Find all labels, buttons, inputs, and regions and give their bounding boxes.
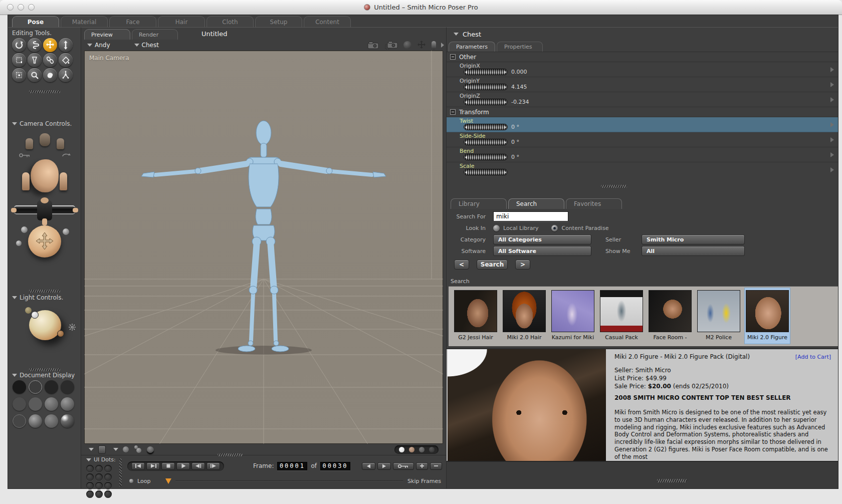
seller-dropdown[interactable]: Smith Micro (642, 234, 745, 244)
translate-pan-tool-icon[interactable] (43, 38, 57, 52)
previous-page-button[interactable]: < (454, 260, 469, 270)
face-camera-head-icon[interactable] (31, 159, 59, 192)
add-keyframe-button[interactable] (416, 462, 428, 470)
last-frame-button[interactable] (146, 462, 160, 470)
param-menu-arrow-icon[interactable] (830, 152, 834, 157)
tracking-ball-icon[interactable] (123, 446, 129, 452)
flyaround-icon[interactable] (62, 152, 71, 158)
light-indicator[interactable] (57, 330, 64, 337)
collapse-box-icon[interactable] (450, 54, 456, 60)
display-mode-texture-shaded[interactable] (45, 414, 58, 428)
tab-content[interactable]: Content (304, 16, 351, 27)
display-mode-cartoon[interactable] (61, 397, 74, 411)
param-menu-arrow-icon[interactable] (830, 67, 834, 72)
zoom-tool-icon[interactable] (28, 68, 42, 82)
thumbnail-image[interactable] (551, 290, 594, 332)
camera-orb-icon[interactable] (21, 226, 28, 233)
display-style-selector[interactable] (394, 445, 439, 454)
param-menu-arrow-icon[interactable] (830, 137, 834, 142)
splitter-handle[interactable] (601, 185, 627, 188)
add-to-cart-link[interactable]: [Add to Cart] (795, 354, 831, 360)
radio-content-paradise[interactable] (551, 225, 558, 231)
radio-content-paradise-label[interactable]: Content Paradise (561, 225, 608, 231)
camera-plane-control[interactable] (14, 199, 75, 221)
tab-pose[interactable]: Pose (12, 16, 59, 27)
splitter-handle[interactable] (218, 453, 243, 456)
stop-button[interactable] (161, 462, 175, 470)
splitter-handle[interactable] (657, 479, 687, 482)
disclosure-triangle-icon[interactable] (12, 374, 17, 377)
show-me-dropdown[interactable]: All (642, 246, 745, 256)
shadow-toggle-icon[interactable] (147, 446, 154, 453)
category-dropdown[interactable]: All Categories (493, 234, 591, 244)
ui-dot[interactable] (95, 482, 103, 489)
camera-icon[interactable] (367, 41, 379, 49)
param-value[interactable]: 0 ° (511, 124, 519, 130)
twist-tool-icon[interactable] (28, 38, 42, 52)
taper-tool-icon[interactable] (28, 53, 42, 67)
color-tool-icon[interactable] (59, 53, 73, 67)
view-menu-arrow-icon[interactable] (89, 448, 94, 451)
next-page-button[interactable]: > (515, 260, 530, 270)
disclosure-triangle-icon[interactable] (12, 296, 17, 299)
tab-library[interactable]: Library (451, 198, 507, 209)
camera-name-label[interactable]: Main Camera (89, 55, 129, 62)
grouping-tool-icon[interactable] (43, 68, 57, 82)
animating-key-icon[interactable] (19, 152, 32, 158)
disclosure-triangle-icon[interactable] (86, 458, 91, 461)
style-dot[interactable] (419, 447, 425, 452)
param-dial[interactable] (464, 154, 508, 160)
camera-move-y-control[interactable] (26, 133, 64, 149)
disclosure-triangle-icon[interactable] (12, 122, 17, 125)
ui-dot[interactable] (104, 473, 112, 481)
param-dial[interactable] (464, 139, 508, 145)
face-camera-control[interactable] (8, 159, 81, 197)
tab-search[interactable]: Search (508, 198, 564, 209)
style-dot-selected[interactable] (399, 447, 404, 452)
loop-label[interactable]: Loop (137, 478, 150, 484)
tracking-menu-arrow-icon[interactable] (113, 448, 118, 451)
result-thumbnail[interactable]: Miki 2.0 Hair (502, 290, 547, 341)
ui-dot[interactable] (86, 490, 94, 498)
tab-render[interactable]: Render (132, 29, 178, 40)
figure-selector[interactable]: Andy (87, 42, 110, 49)
multi-tracking-icon[interactable] (133, 445, 142, 453)
result-thumbnail[interactable]: M2 Police (696, 290, 741, 341)
param-menu-arrow-icon[interactable] (830, 97, 834, 102)
display-mode-flat-lined[interactable] (45, 397, 58, 411)
viewport-main-camera[interactable]: Main Camera (84, 51, 443, 444)
search-input[interactable] (493, 211, 568, 221)
left-pointing-hand-icon[interactable] (11, 208, 17, 212)
scale-pill-icon[interactable] (432, 41, 436, 50)
display-mode-lit-wireframe[interactable] (13, 397, 26, 411)
result-thumbnail[interactable]: Face Room - (648, 290, 693, 341)
tab-face[interactable]: Face (109, 16, 156, 27)
display-mode-smooth-shaded[interactable] (13, 414, 26, 428)
timeline-track[interactable] (175, 480, 403, 481)
display-mode-flat-shaded[interactable] (29, 397, 42, 411)
ui-dot[interactable] (86, 465, 94, 472)
thumbnail-image[interactable] (649, 290, 692, 332)
display-mode-wireframe[interactable] (45, 380, 58, 394)
chain-break-tool-icon[interactable] (43, 53, 57, 67)
display-mode-smooth-lined[interactable] (29, 414, 42, 428)
morphing-tool-icon[interactable] (12, 68, 26, 82)
param-menu-arrow-icon[interactable] (830, 167, 834, 172)
current-frame-field[interactable]: 00001 (277, 462, 307, 470)
param-value[interactable]: 4.145 (511, 84, 527, 90)
param-value[interactable]: 0 ° (511, 139, 519, 145)
panel-separator[interactable] (8, 289, 81, 293)
tab-preview[interactable]: Preview (84, 29, 130, 40)
ui-dot[interactable] (86, 473, 94, 481)
down-pointing-finger-icon[interactable] (42, 218, 47, 225)
display-mode-hidden-line[interactable] (61, 380, 74, 394)
tab-properties[interactable]: Properties (497, 42, 543, 52)
timeline-position-marker[interactable] (165, 478, 171, 484)
param-dial[interactable] (464, 84, 508, 90)
result-thumbnail[interactable]: G2 Jessi Hair (453, 290, 498, 341)
tab-material[interactable]: Material (61, 16, 108, 27)
rotate-tool-icon[interactable] (12, 38, 26, 52)
right-raised-hand-icon[interactable] (60, 172, 67, 190)
result-thumbnail-selected[interactable]: Miki 2.0 Figure (745, 288, 790, 344)
software-dropdown[interactable]: All Software (493, 246, 591, 256)
